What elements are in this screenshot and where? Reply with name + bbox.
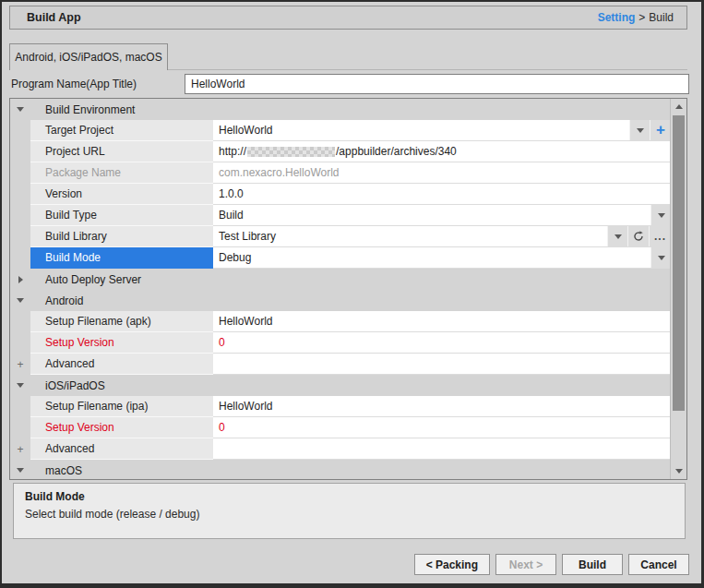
scrollbar-thumb[interactable] bbox=[673, 115, 685, 411]
description-text: Select build mode (release / debug) bbox=[25, 508, 674, 521]
dialog-title: Build App bbox=[27, 11, 81, 24]
grid-row-project-url[interactable]: Project URLhttp:///appbuilder/archives/3… bbox=[10, 141, 671, 162]
property-label-build-mode: Build Mode bbox=[30, 247, 213, 269]
property-label-setup-filename-apk: Setup Filename (apk) bbox=[30, 311, 213, 332]
grid-row-setup-version[interactable]: Setup Version0 bbox=[10, 332, 671, 354]
property-value-build-library[interactable]: Test Library... bbox=[213, 226, 671, 247]
vertical-scrollbar[interactable] bbox=[670, 99, 686, 479]
property-label-project-url: Project URL bbox=[30, 141, 213, 162]
dropdown-button[interactable] bbox=[650, 205, 671, 225]
scroll-up-button[interactable] bbox=[671, 99, 686, 114]
grid-row-build-library[interactable]: Build LibraryTest Library... bbox=[10, 226, 671, 247]
grid-row-setup-version[interactable]: Setup Version0 bbox=[10, 417, 671, 438]
expand-section-icon[interactable] bbox=[18, 276, 23, 283]
section-row-macos[interactable]: macOS bbox=[10, 460, 671, 480]
row-gutter bbox=[10, 226, 30, 247]
value-text: HelloWorld bbox=[213, 400, 671, 413]
section-row-android[interactable]: Android bbox=[10, 290, 671, 311]
arrow-up-icon bbox=[675, 104, 683, 109]
row-gutter bbox=[10, 269, 30, 290]
property-value-setup-filename-apk[interactable]: HelloWorld bbox=[213, 311, 671, 332]
property-value-target-project[interactable]: HelloWorld+ bbox=[213, 120, 671, 141]
row-gutter bbox=[10, 417, 30, 438]
section-label: Build Environment bbox=[30, 99, 135, 120]
property-label-setup-version: Setup Version bbox=[30, 417, 213, 438]
property-label-version: Version bbox=[30, 184, 213, 205]
value-text: Debug bbox=[213, 251, 650, 264]
row-gutter bbox=[10, 332, 30, 354]
add-project-button[interactable]: + bbox=[650, 120, 671, 140]
section-row-build-environment[interactable]: Build Environment bbox=[10, 99, 671, 120]
row-gutter bbox=[10, 120, 30, 141]
browse-more-button[interactable]: ... bbox=[649, 226, 671, 246]
arrow-down-icon bbox=[675, 469, 683, 474]
property-value-build-type[interactable]: Build bbox=[213, 205, 671, 226]
row-gutter bbox=[10, 184, 30, 205]
dropdown-button[interactable] bbox=[650, 247, 671, 268]
property-label-target-project: Target Project bbox=[30, 120, 213, 141]
chevron-down-icon bbox=[658, 256, 665, 260]
value-text: Test Library bbox=[213, 230, 607, 243]
footer-button-bar: < PackingNext >BuildCancel bbox=[414, 554, 689, 575]
property-label-build-library: Build Library bbox=[30, 226, 213, 247]
row-gutter bbox=[10, 311, 30, 332]
row-gutter bbox=[10, 396, 30, 417]
grid-row-build-type[interactable]: Build TypeBuild bbox=[10, 205, 671, 226]
packing-button[interactable]: < Packing bbox=[414, 554, 490, 575]
section-label: Auto Deploy Server bbox=[30, 269, 141, 290]
property-value-advanced[interactable] bbox=[213, 354, 671, 375]
expand-advanced-icon[interactable]: + bbox=[17, 444, 23, 455]
collapse-section-icon[interactable] bbox=[17, 107, 24, 112]
breadcrumb-separator: > bbox=[638, 11, 645, 24]
row-gutter: + bbox=[10, 354, 30, 375]
program-name-label: Program Name(App Title) bbox=[11, 78, 185, 90]
property-value-project-url[interactable]: http:///appbuilder/archives/340 bbox=[213, 141, 671, 162]
row-gutter bbox=[10, 247, 30, 269]
value-text: Build bbox=[213, 209, 650, 222]
collapse-section-icon[interactable] bbox=[17, 468, 24, 473]
section-row-auto-deploy-server[interactable]: Auto Deploy Server bbox=[10, 269, 671, 290]
grid-row-setup-filename-apk[interactable]: Setup Filename (apk)HelloWorld bbox=[10, 311, 671, 332]
value-text: HelloWorld bbox=[213, 124, 629, 137]
grid-row-advanced[interactable]: +Advanced bbox=[10, 354, 671, 375]
value-text: http:///appbuilder/archives/340 bbox=[213, 145, 671, 158]
property-value-version[interactable]: 1.0.0 bbox=[213, 184, 671, 205]
refresh-button[interactable] bbox=[627, 226, 649, 246]
program-name-input[interactable] bbox=[185, 74, 689, 94]
section-label: iOS/iPadOS bbox=[30, 375, 105, 396]
dropdown-button[interactable] bbox=[629, 120, 650, 140]
build-button[interactable]: Build bbox=[562, 554, 623, 575]
row-gutter bbox=[10, 162, 30, 184]
value-text: 0 bbox=[213, 336, 671, 349]
grid-row-target-project[interactable]: Target ProjectHelloWorld+ bbox=[10, 120, 671, 141]
row-gutter bbox=[10, 141, 30, 162]
expand-advanced-icon[interactable]: + bbox=[17, 359, 23, 370]
url-suffix: /appbuilder/archives/340 bbox=[336, 145, 457, 158]
section-label: Android bbox=[30, 290, 83, 311]
collapse-section-icon[interactable] bbox=[17, 298, 24, 303]
grid-row-version[interactable]: Version1.0.0 bbox=[10, 184, 671, 205]
grid-row-setup-filename-ipa[interactable]: Setup Filename (ipa)HelloWorld bbox=[10, 396, 671, 417]
property-value-build-mode[interactable]: Debug bbox=[213, 247, 671, 269]
tab-android-ios-macos[interactable]: Android, iOS/iPadOS, macOS bbox=[9, 43, 168, 70]
breadcrumb: Setting > Build bbox=[598, 11, 674, 24]
breadcrumb-current: Build bbox=[649, 11, 674, 24]
cancel-button[interactable]: Cancel bbox=[628, 554, 689, 575]
property-label-setup-version: Setup Version bbox=[30, 332, 213, 354]
grid-row-build-mode[interactable]: Build ModeDebug bbox=[10, 247, 671, 269]
grid-row-package-name[interactable]: Package Namecom.nexacro.HelloWorld bbox=[10, 162, 671, 184]
dropdown-button[interactable] bbox=[607, 226, 627, 246]
grid-row-advanced[interactable]: +Advanced bbox=[10, 438, 671, 460]
breadcrumb-setting-link[interactable]: Setting bbox=[598, 11, 636, 24]
collapse-section-icon[interactable] bbox=[17, 383, 24, 388]
property-value-setup-version[interactable]: 0 bbox=[213, 417, 671, 438]
next-button: Next > bbox=[495, 554, 556, 575]
property-value-setup-filename-ipa[interactable]: HelloWorld bbox=[213, 396, 671, 417]
property-value-setup-version[interactable]: 0 bbox=[213, 332, 671, 354]
row-gutter bbox=[10, 205, 30, 226]
scroll-down-button[interactable] bbox=[671, 463, 686, 479]
property-value-advanced[interactable] bbox=[213, 438, 671, 460]
property-value-package-name[interactable]: com.nexacro.HelloWorld bbox=[213, 162, 671, 184]
value-text: HelloWorld bbox=[213, 315, 671, 328]
section-row-ios-ipados[interactable]: iOS/iPadOS bbox=[10, 375, 671, 396]
